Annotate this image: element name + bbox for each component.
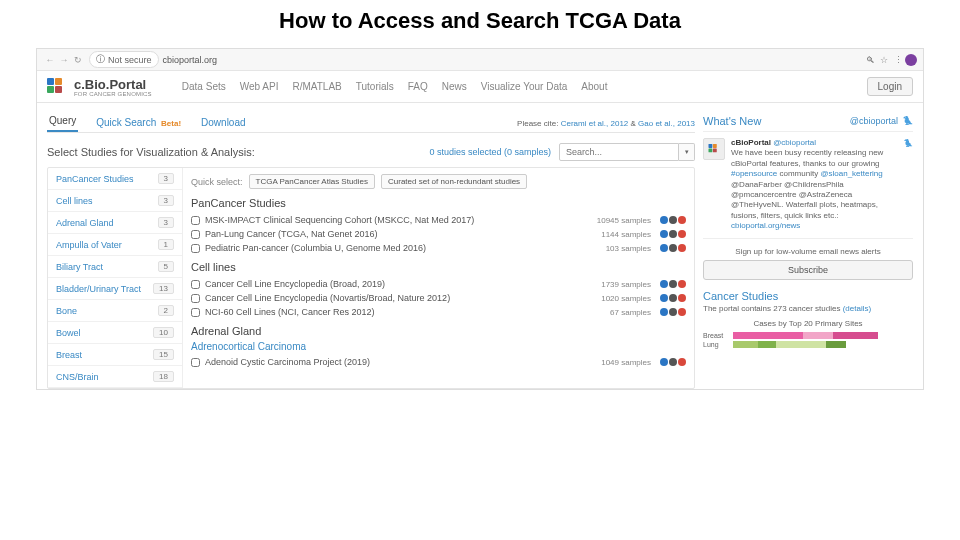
category-count: 10 — [153, 327, 174, 338]
link-icon[interactable] — [678, 280, 686, 288]
chart-bar[interactable] — [733, 341, 846, 348]
info-icon[interactable] — [660, 244, 668, 252]
chart-bar-row: Breast — [703, 332, 913, 339]
link-icon[interactable] — [678, 244, 686, 252]
link-icon[interactable] — [678, 294, 686, 302]
study-row: Pan-Lung Cancer (TCGA, Nat Genet 2016)11… — [191, 227, 686, 241]
category-item[interactable]: Ampulla of Vater1 — [48, 234, 182, 256]
forward-icon[interactable]: → — [57, 55, 71, 65]
nav-rmatlab[interactable]: R/MATLAB — [292, 81, 341, 92]
category-item[interactable]: Bone2 — [48, 300, 182, 322]
download-icon[interactable] — [669, 358, 677, 366]
study-checkbox[interactable] — [191, 230, 200, 239]
menu-icon[interactable]: ⋮ — [891, 55, 905, 65]
link-icon[interactable] — [678, 358, 686, 366]
study-icons — [660, 244, 686, 252]
category-item[interactable]: PanCancer Studies3 — [48, 168, 182, 190]
tab-quick-search[interactable]: Quick Search Beta! — [94, 113, 183, 132]
details-link[interactable]: (details) — [843, 304, 871, 313]
category-item[interactable]: CNS/Brain18 — [48, 366, 182, 388]
study-checkbox[interactable] — [191, 358, 200, 367]
url-text[interactable]: cbioportal.org — [163, 55, 218, 65]
info-icon[interactable] — [660, 358, 668, 366]
cite-link-2[interactable]: Gao et al., 2013 — [638, 119, 695, 128]
info-icon[interactable] — [660, 230, 668, 238]
category-item[interactable]: Adrenal Gland3 — [48, 212, 182, 234]
study-checkbox[interactable] — [191, 280, 200, 289]
reload-icon[interactable]: ↻ — [71, 55, 85, 65]
study-row: Cancer Cell Line Encyclopedia (Novartis/… — [191, 291, 686, 305]
logo[interactable]: c.Bio.Portal FOR CANCER GENOMICS — [47, 77, 152, 97]
nav-news[interactable]: News — [442, 81, 467, 92]
search-dropdown[interactable]: ▾ — [679, 143, 695, 161]
info-icon[interactable] — [660, 308, 668, 316]
category-item[interactable]: Breast15 — [48, 344, 182, 366]
chart-bar-segment — [733, 341, 758, 348]
study-name[interactable]: Adenoid Cystic Carcinoma Project (2019) — [205, 357, 596, 367]
info-icon[interactable] — [660, 294, 668, 302]
sample-count: 1144 samples — [601, 230, 651, 239]
twitter-icon: 🐦︎ — [903, 138, 913, 232]
category-item[interactable]: Cell lines3 — [48, 190, 182, 212]
chart-bar[interactable] — [733, 332, 878, 339]
study-name[interactable]: MSK-IMPACT Clinical Sequencing Cohort (M… — [205, 215, 592, 225]
study-name[interactable]: NCI-60 Cell Lines (NCI, Cancer Res 2012) — [205, 307, 605, 317]
whats-new-handle[interactable]: @cbioportal — [850, 116, 898, 126]
twitter-icon[interactable]: 🐦︎ — [902, 115, 913, 127]
chip-tcga-atlas[interactable]: TCGA PanCancer Atlas Studies — [249, 174, 376, 189]
study-checkbox[interactable] — [191, 244, 200, 253]
info-icon: ⓘ — [96, 53, 105, 66]
tweet-mention[interactable]: @sloan_kettering — [820, 169, 882, 178]
info-icon[interactable] — [660, 280, 668, 288]
study-name[interactable]: Cancer Cell Line Encyclopedia (Broad, 20… — [205, 279, 596, 289]
download-icon[interactable] — [669, 230, 677, 238]
tweet[interactable]: cBioPortal @cbioportal We have been busy… — [703, 132, 913, 239]
study-name[interactable]: Pediatric Pan-cancer (Columbia U, Genome… — [205, 243, 601, 253]
citation: Please cite: Cerami et al., 2012 & Gao e… — [517, 119, 695, 132]
profile-avatar[interactable] — [905, 54, 917, 66]
study-checkbox[interactable] — [191, 294, 200, 303]
chart-bar-segment — [776, 341, 826, 348]
nav-tutorials[interactable]: Tutorials — [356, 81, 394, 92]
nav-visualize[interactable]: Visualize Your Data — [481, 81, 568, 92]
category-count: 18 — [153, 371, 174, 382]
main-tabs: Query Quick Search Beta! Download Please… — [47, 111, 695, 133]
subscribe-button[interactable]: Subscribe — [703, 260, 913, 280]
info-icon[interactable] — [660, 216, 668, 224]
tab-query[interactable]: Query — [47, 111, 78, 132]
login-button[interactable]: Login — [867, 77, 913, 96]
nav-datasets[interactable]: Data Sets — [182, 81, 226, 92]
tweet-handle[interactable]: @cbioportal — [773, 138, 816, 147]
nav-faq[interactable]: FAQ — [408, 81, 428, 92]
download-icon[interactable] — [669, 294, 677, 302]
nav-about[interactable]: About — [581, 81, 607, 92]
zoom-icon[interactable]: 🔍︎ — [863, 55, 877, 65]
study-checkbox[interactable] — [191, 308, 200, 317]
nav-webapi[interactable]: Web API — [240, 81, 279, 92]
whats-new-title: What's New — [703, 115, 761, 127]
category-item[interactable]: Biliary Tract5 — [48, 256, 182, 278]
tweet-link[interactable]: cbioportal.org/news — [731, 221, 800, 230]
download-icon[interactable] — [669, 308, 677, 316]
download-icon[interactable] — [669, 244, 677, 252]
download-icon[interactable] — [669, 280, 677, 288]
study-name[interactable]: Pan-Lung Cancer (TCGA, Nat Genet 2016) — [205, 229, 596, 239]
search-input[interactable] — [559, 143, 679, 161]
link-icon[interactable] — [678, 308, 686, 316]
tab-download[interactable]: Download — [199, 113, 247, 132]
cite-link-1[interactable]: Cerami et al., 2012 — [561, 119, 629, 128]
tweet-hashtag[interactable]: #opensource — [731, 169, 777, 178]
chip-curated[interactable]: Curated set of non-redundant studies — [381, 174, 527, 189]
study-name[interactable]: Cancer Cell Line Encyclopedia (Novartis/… — [205, 293, 596, 303]
category-item[interactable]: Bowel10 — [48, 322, 182, 344]
category-item[interactable]: Bladder/Urinary Tract13 — [48, 278, 182, 300]
back-icon[interactable]: ← — [43, 55, 57, 65]
link-icon[interactable] — [678, 216, 686, 224]
download-icon[interactable] — [669, 216, 677, 224]
chart-bar-label: Lung — [703, 341, 729, 348]
study-checkbox[interactable] — [191, 216, 200, 225]
quick-select-row: Quick select: TCGA PanCancer Atlas Studi… — [191, 174, 686, 189]
star-icon[interactable]: ☆ — [877, 55, 891, 65]
link-icon[interactable] — [678, 230, 686, 238]
security-pill[interactable]: ⓘ Not secure — [89, 51, 159, 68]
